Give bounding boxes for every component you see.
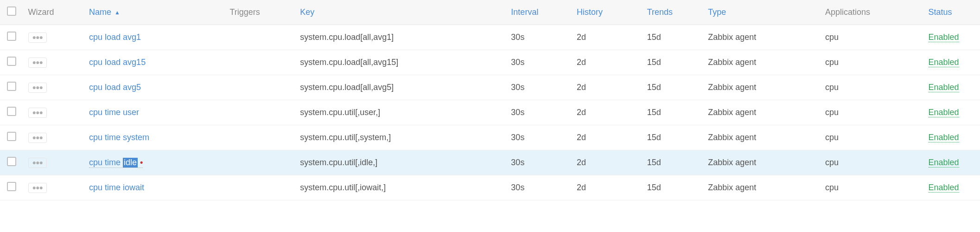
wizard-menu-icon[interactable]: ●●● xyxy=(28,133,47,143)
header-history[interactable]: History xyxy=(572,0,643,25)
status-toggle[interactable]: Enabled xyxy=(929,83,959,92)
item-name-link[interactable]: cpu time idle xyxy=(89,158,138,167)
row-wizard-cell: ●●● xyxy=(24,150,84,175)
wizard-menu-icon[interactable]: ●●● xyxy=(28,183,47,193)
row-name-cell: cpu time iowait xyxy=(84,175,225,200)
row-trends-cell: 15d xyxy=(643,175,703,200)
row-checkbox[interactable] xyxy=(7,182,16,191)
wizard-menu-icon[interactable]: ●●● xyxy=(28,83,47,93)
row-checkbox[interactable] xyxy=(7,107,16,116)
header-name-label: Name xyxy=(89,7,111,17)
row-status-cell: Enabled xyxy=(924,100,980,125)
header-triggers: Triggers xyxy=(225,0,295,25)
row-trends-cell: 15d xyxy=(643,50,703,75)
row-history-cell: 2d xyxy=(572,175,643,200)
row-checkbox[interactable] xyxy=(7,157,16,166)
table-row: ●●●cpu time usersystem.cpu.util[,user,]3… xyxy=(0,100,980,125)
row-name-cell: cpu time idle • xyxy=(84,150,225,175)
status-toggle[interactable]: Enabled xyxy=(929,183,959,193)
status-toggle[interactable]: Enabled xyxy=(929,133,959,142)
row-type-cell: Zabbix agent xyxy=(703,75,821,100)
wizard-menu-icon[interactable]: ●●● xyxy=(28,108,47,118)
row-triggers-cell xyxy=(225,150,295,175)
row-status-cell: Enabled xyxy=(924,50,980,75)
select-all-checkbox[interactable] xyxy=(7,6,16,16)
status-toggle[interactable]: Enabled xyxy=(929,32,959,42)
row-status-cell: Enabled xyxy=(924,25,980,50)
row-key-cell: system.cpu.util[,user,] xyxy=(295,100,506,125)
row-status-cell: Enabled xyxy=(924,150,980,175)
row-trends-cell: 15d xyxy=(643,150,703,175)
edit-caret-icon: • xyxy=(138,158,143,167)
row-trends-cell: 15d xyxy=(643,100,703,125)
row-triggers-cell xyxy=(225,50,295,75)
row-type-cell: Zabbix agent xyxy=(703,25,821,50)
header-name[interactable]: Name ▲ xyxy=(84,0,225,25)
row-key-cell: system.cpu.util[,idle,] xyxy=(295,150,506,175)
row-triggers-cell xyxy=(225,125,295,150)
row-applications-cell: cpu xyxy=(821,50,924,75)
status-toggle[interactable]: Enabled xyxy=(929,158,959,168)
row-checkbox-cell xyxy=(0,50,24,75)
wizard-menu-icon[interactable]: ●●● xyxy=(28,158,47,168)
header-trends[interactable]: Trends xyxy=(643,0,703,25)
item-name-editing[interactable]: cpu time idle • xyxy=(89,158,143,168)
header-wizard: Wizard xyxy=(24,0,84,25)
item-name-link[interactable]: cpu time user xyxy=(89,108,139,117)
header-status[interactable]: Status xyxy=(924,0,980,25)
row-checkbox-cell xyxy=(0,75,24,100)
table-row: ●●●cpu time systemsystem.cpu.util[,syste… xyxy=(0,125,980,150)
row-wizard-cell: ●●● xyxy=(24,175,84,200)
row-name-cell: cpu load avg1 xyxy=(84,25,225,50)
item-name-link[interactable]: cpu time system xyxy=(89,133,149,142)
item-name-link[interactable]: cpu load avg5 xyxy=(89,83,141,92)
status-toggle[interactable]: Enabled xyxy=(929,108,959,117)
row-name-cell: cpu load avg15 xyxy=(84,50,225,75)
item-name-selection: idle xyxy=(123,158,138,168)
row-history-cell: 2d xyxy=(572,100,643,125)
header-type[interactable]: Type xyxy=(703,0,821,25)
header-interval[interactable]: Interval xyxy=(506,0,572,25)
row-interval-cell: 30s xyxy=(506,150,572,175)
row-applications-cell: cpu xyxy=(821,175,924,200)
row-applications-cell: cpu xyxy=(821,150,924,175)
row-checkbox-cell xyxy=(0,150,24,175)
row-history-cell: 2d xyxy=(572,150,643,175)
row-type-cell: Zabbix agent xyxy=(703,125,821,150)
row-wizard-cell: ●●● xyxy=(24,50,84,75)
item-name-link[interactable]: cpu load avg15 xyxy=(89,58,146,67)
header-applications: Applications xyxy=(821,0,924,25)
items-table: Wizard Name ▲ Triggers Key Interval Hist… xyxy=(0,0,980,200)
row-checkbox[interactable] xyxy=(7,82,16,91)
row-key-cell: system.cpu.util[,system,] xyxy=(295,125,506,150)
row-checkbox[interactable] xyxy=(7,132,16,141)
row-wizard-cell: ●●● xyxy=(24,125,84,150)
sort-asc-icon: ▲ xyxy=(115,9,120,16)
row-trends-cell: 15d xyxy=(643,25,703,50)
status-toggle[interactable]: Enabled xyxy=(929,58,959,67)
row-triggers-cell xyxy=(225,175,295,200)
row-interval-cell: 30s xyxy=(506,125,572,150)
wizard-menu-icon[interactable]: ●●● xyxy=(28,58,47,68)
item-name-link[interactable]: cpu load avg1 xyxy=(89,32,141,42)
row-wizard-cell: ●●● xyxy=(24,25,84,50)
item-name-link[interactable]: cpu time iowait xyxy=(89,183,144,192)
table-header-row: Wizard Name ▲ Triggers Key Interval Hist… xyxy=(0,0,980,25)
row-trends-cell: 15d xyxy=(643,75,703,100)
row-interval-cell: 30s xyxy=(506,75,572,100)
row-type-cell: Zabbix agent xyxy=(703,50,821,75)
row-type-cell: Zabbix agent xyxy=(703,150,821,175)
header-key[interactable]: Key xyxy=(295,0,506,25)
row-triggers-cell xyxy=(225,75,295,100)
row-checkbox[interactable] xyxy=(7,32,16,41)
row-checkbox-cell xyxy=(0,175,24,200)
row-type-cell: Zabbix agent xyxy=(703,175,821,200)
table-row: ●●●cpu load avg15system.cpu.load[all,avg… xyxy=(0,50,980,75)
wizard-menu-icon[interactable]: ●●● xyxy=(28,32,47,43)
row-checkbox[interactable] xyxy=(7,57,16,66)
table-row: ●●●cpu time iowaitsystem.cpu.util[,iowai… xyxy=(0,175,980,200)
row-applications-cell: cpu xyxy=(821,75,924,100)
table-row: ●●●cpu time idle •system.cpu.util[,idle,… xyxy=(0,150,980,175)
item-name-prefix: cpu time xyxy=(89,158,123,167)
row-checkbox-cell xyxy=(0,100,24,125)
